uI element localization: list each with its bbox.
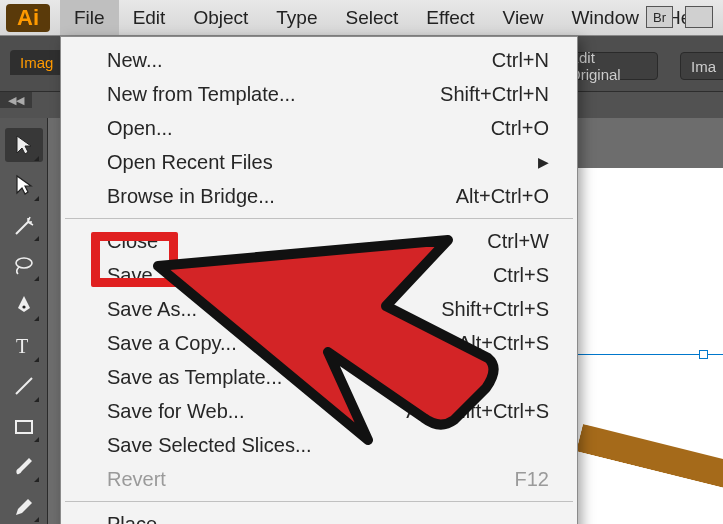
menu-item-open-recent-files[interactable]: Open Recent Files▶: [61, 145, 577, 179]
menu-item-shortcut: Ctrl+N: [492, 49, 549, 72]
menu-item-new-from-template[interactable]: New from Template...Shift+Ctrl+N: [61, 77, 577, 111]
annotation-cursor-arrow-icon: [148, 210, 508, 460]
menu-item-label: Browse in Bridge...: [107, 185, 275, 208]
collapse-panel-chevrons[interactable]: ◀◀: [0, 92, 32, 108]
tools-panel: T: [0, 118, 48, 524]
lasso-tool[interactable]: [5, 249, 43, 283]
menu-file[interactable]: File: [60, 0, 119, 35]
menu-view[interactable]: View: [489, 0, 558, 35]
image-trace-button[interactable]: Ima: [680, 52, 723, 80]
menu-item-label: Open Recent Files: [107, 151, 273, 174]
menu-item-revert: RevertF12: [61, 462, 577, 496]
menu-object[interactable]: Object: [179, 0, 262, 35]
svg-rect-4: [16, 421, 32, 433]
menu-item-shortcut: F12: [515, 468, 549, 491]
menubar: Ai Br FileEditObjectTypeSelectEffectView…: [0, 0, 723, 36]
menu-type[interactable]: Type: [262, 0, 331, 35]
type-tool[interactable]: T: [5, 329, 43, 363]
menu-item-label: Place...: [107, 513, 174, 525]
svg-text:T: T: [16, 335, 28, 357]
menu-item-label: New...: [107, 49, 163, 72]
menu-item-label: Open...: [107, 117, 173, 140]
direct-selection-tool[interactable]: [5, 168, 43, 202]
menu-item-shortcut: Alt+Ctrl+O: [456, 185, 549, 208]
menu-item-open[interactable]: Open...Ctrl+O: [61, 111, 577, 145]
menu-item-browse-in-bridge[interactable]: Browse in Bridge...Alt+Ctrl+O: [61, 179, 577, 213]
selection-tool[interactable]: [5, 128, 43, 162]
paintbrush-tool[interactable]: [5, 450, 43, 484]
menu-item-label: New from Template...: [107, 83, 296, 106]
app-logo-ai: Ai: [6, 4, 50, 32]
menu-separator: [65, 501, 573, 502]
selection-handle[interactable]: [699, 350, 708, 359]
bridge-badge[interactable]: Br: [646, 6, 673, 28]
menu-edit[interactable]: Edit: [119, 0, 180, 35]
pen-tool[interactable]: [5, 289, 43, 323]
menu-item-place[interactable]: Place...: [61, 507, 577, 524]
menu-item-shortcut: Ctrl+O: [491, 117, 549, 140]
menu-item-new[interactable]: New...Ctrl+N: [61, 43, 577, 77]
menu-window[interactable]: Window: [557, 0, 653, 35]
toolbar-extra-box[interactable]: [685, 6, 713, 28]
svg-line-3: [16, 378, 32, 394]
menu-effect[interactable]: Effect: [412, 0, 488, 35]
pencil-tool[interactable]: [5, 490, 43, 524]
submenu-arrow-icon: ▶: [538, 154, 549, 170]
menu-item-label: Revert: [107, 468, 166, 491]
menu-select[interactable]: Select: [332, 0, 413, 35]
menu-item-shortcut: Shift+Ctrl+N: [440, 83, 549, 106]
rectangle-tool[interactable]: [5, 409, 43, 443]
line-segment-tool[interactable]: [5, 369, 43, 403]
magic-wand-tool[interactable]: [5, 208, 43, 242]
svg-point-1: [22, 305, 25, 308]
